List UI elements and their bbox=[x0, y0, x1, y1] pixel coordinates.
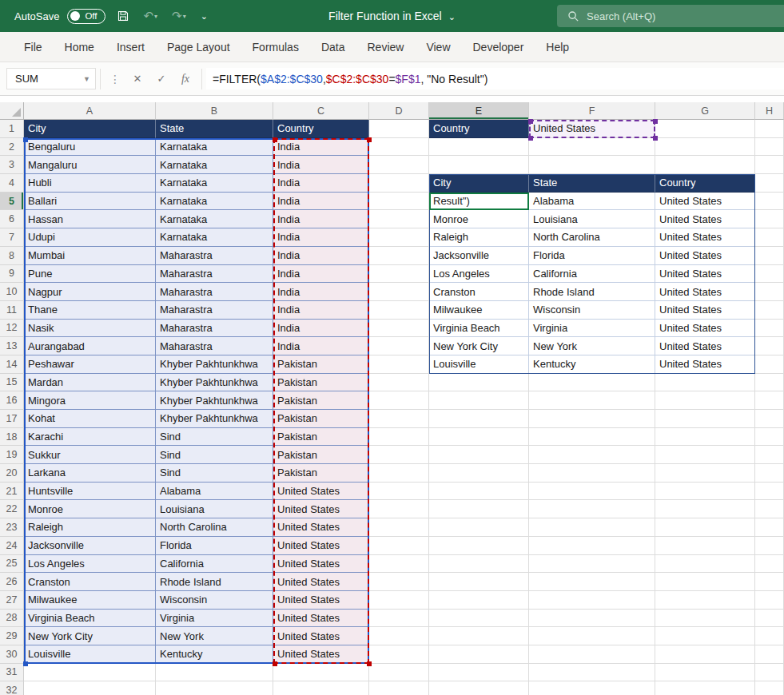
cell-E26[interactable] bbox=[429, 573, 529, 591]
cell-A25[interactable]: Los Angeles bbox=[24, 555, 156, 574]
cell-A6[interactable]: Hassan bbox=[24, 210, 156, 228]
cell-H1[interactable] bbox=[755, 120, 784, 138]
name-box-dropdown-icon[interactable]: ▼ bbox=[83, 75, 90, 83]
cell-H27[interactable] bbox=[755, 591, 784, 610]
cell-H3[interactable] bbox=[755, 156, 784, 174]
ribbon-tab-help[interactable]: Help bbox=[535, 32, 580, 62]
cell-D10[interactable] bbox=[369, 283, 429, 301]
cell-B28[interactable]: Virginia bbox=[156, 610, 273, 628]
cell-D19[interactable] bbox=[369, 446, 429, 464]
cell-D16[interactable] bbox=[369, 391, 429, 410]
cell-D20[interactable] bbox=[369, 464, 429, 483]
cell-B31[interactable] bbox=[156, 664, 273, 682]
column-header-D[interactable]: D bbox=[369, 102, 429, 120]
cell-H5[interactable] bbox=[755, 193, 784, 211]
cell-F32[interactable] bbox=[529, 681, 655, 695]
cell-D25[interactable] bbox=[369, 555, 429, 574]
cell-F14[interactable]: Kentucky bbox=[529, 355, 655, 374]
cell-H24[interactable] bbox=[755, 537, 784, 555]
row-header-24[interactable]: 24 bbox=[0, 537, 24, 555]
cell-H11[interactable] bbox=[755, 301, 784, 320]
cell-F3[interactable] bbox=[529, 156, 655, 174]
row-header-21[interactable]: 21 bbox=[0, 483, 24, 501]
cell-B15[interactable]: Khyber Pakhtunkhwa bbox=[156, 374, 273, 392]
cell-B2[interactable]: Karnataka bbox=[156, 138, 273, 157]
cell-C26[interactable]: United States bbox=[273, 573, 369, 591]
cell-G1[interactable] bbox=[655, 120, 755, 138]
cell-C20[interactable]: Pakistan bbox=[273, 464, 369, 483]
cell-A5[interactable]: Ballari bbox=[24, 193, 156, 211]
cell-H21[interactable] bbox=[755, 483, 784, 501]
cell-D5[interactable] bbox=[369, 193, 429, 211]
row-header-26[interactable]: 26 bbox=[0, 573, 24, 591]
cell-D27[interactable] bbox=[369, 591, 429, 610]
cell-A15[interactable]: Mardan bbox=[24, 374, 156, 392]
cell-G16[interactable] bbox=[655, 391, 755, 410]
cell-C4[interactable]: India bbox=[273, 174, 369, 193]
cell-G3[interactable] bbox=[655, 156, 755, 174]
select-all-corner[interactable] bbox=[0, 102, 24, 120]
cell-G32[interactable] bbox=[655, 681, 755, 695]
row-header-29[interactable]: 29 bbox=[0, 627, 24, 645]
cell-G13[interactable]: United States bbox=[655, 337, 755, 355]
cell-B20[interactable]: Sind bbox=[156, 464, 273, 483]
cell-F11[interactable]: Wisconsin bbox=[529, 301, 655, 320]
cell-G8[interactable]: United States bbox=[655, 247, 755, 265]
row-header-20[interactable]: 20 bbox=[0, 464, 24, 483]
cell-E5[interactable]: Result") bbox=[429, 193, 529, 211]
cell-G15[interactable] bbox=[655, 374, 755, 392]
cell-E12[interactable]: Virginia Beach bbox=[429, 320, 529, 338]
cell-H23[interactable] bbox=[755, 518, 784, 537]
row-header-23[interactable]: 23 bbox=[0, 518, 24, 537]
cell-F12[interactable]: Virginia bbox=[529, 320, 655, 338]
ribbon-tab-developer[interactable]: Developer bbox=[462, 32, 535, 62]
cell-F4[interactable]: State bbox=[529, 174, 655, 193]
formula-bar-drag-handle-icon[interactable]: ⋮ bbox=[105, 73, 125, 85]
cell-F2[interactable] bbox=[529, 138, 655, 157]
cell-B16[interactable]: Khyber Pakhtunkhwa bbox=[156, 391, 273, 410]
cell-B23[interactable]: North Carolina bbox=[156, 518, 273, 537]
cell-G4[interactable]: Country bbox=[655, 174, 755, 193]
cell-C19[interactable]: Pakistan bbox=[273, 446, 369, 464]
formula-input[interactable]: =FILTER($A$2:$C$30,$C$2:$C$30=$F$1, "No … bbox=[206, 68, 784, 89]
cell-E32[interactable] bbox=[429, 681, 529, 695]
row-header-11[interactable]: 11 bbox=[0, 301, 24, 320]
cell-F22[interactable] bbox=[529, 500, 655, 518]
cell-G20[interactable] bbox=[655, 464, 755, 483]
cell-E14[interactable]: Louisville bbox=[429, 355, 529, 374]
cell-H17[interactable] bbox=[755, 410, 784, 428]
cell-D12[interactable] bbox=[369, 320, 429, 338]
cell-H32[interactable] bbox=[755, 681, 784, 695]
cell-F20[interactable] bbox=[529, 464, 655, 483]
cell-A18[interactable]: Karachi bbox=[24, 428, 156, 447]
cell-H15[interactable] bbox=[755, 374, 784, 392]
cell-C7[interactable]: India bbox=[273, 228, 369, 247]
cell-B30[interactable]: Kentucky bbox=[156, 645, 273, 664]
cell-A13[interactable]: Aurangabad bbox=[24, 337, 156, 355]
cell-B18[interactable]: Sind bbox=[156, 428, 273, 447]
cell-B8[interactable]: Maharastra bbox=[156, 247, 273, 265]
row-header-5[interactable]: 5 bbox=[0, 193, 24, 211]
row-header-27[interactable]: 27 bbox=[0, 591, 24, 610]
ribbon-tab-page-layout[interactable]: Page Layout bbox=[156, 32, 241, 62]
cell-B12[interactable]: Maharastra bbox=[156, 320, 273, 338]
cell-E9[interactable]: Los Angeles bbox=[429, 265, 529, 284]
cell-C25[interactable]: United States bbox=[273, 555, 369, 574]
cell-E11[interactable]: Milwaukee bbox=[429, 301, 529, 320]
cell-A3[interactable]: Mangaluru bbox=[24, 156, 156, 174]
cell-G11[interactable]: United States bbox=[655, 301, 755, 320]
cell-A24[interactable]: Jacksonville bbox=[24, 537, 156, 555]
cell-H28[interactable] bbox=[755, 610, 784, 628]
cell-C28[interactable]: United States bbox=[273, 610, 369, 628]
cell-F18[interactable] bbox=[529, 428, 655, 447]
cell-E10[interactable]: Cranston bbox=[429, 283, 529, 301]
cell-D31[interactable] bbox=[369, 664, 429, 682]
cell-B13[interactable]: Maharastra bbox=[156, 337, 273, 355]
cell-E28[interactable] bbox=[429, 610, 529, 628]
cell-F8[interactable]: Florida bbox=[529, 247, 655, 265]
cell-E17[interactable] bbox=[429, 410, 529, 428]
cell-E8[interactable]: Jacksonville bbox=[429, 247, 529, 265]
ribbon-tab-review[interactable]: Review bbox=[356, 32, 416, 62]
row-header-2[interactable]: 2 bbox=[0, 138, 24, 157]
cell-A20[interactable]: Larkana bbox=[24, 464, 156, 483]
